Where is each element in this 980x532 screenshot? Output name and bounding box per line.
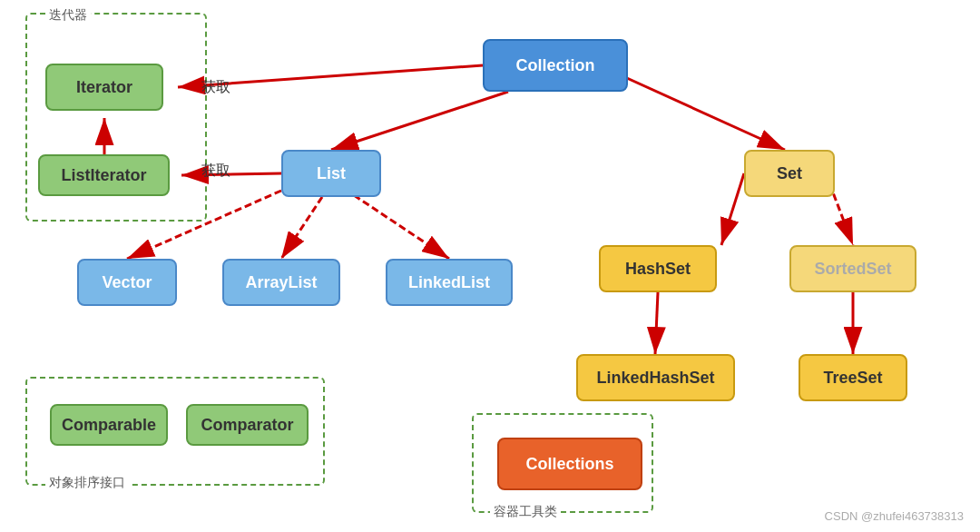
- svg-line-10: [721, 173, 744, 245]
- node-comparable: Comparable: [50, 404, 168, 446]
- svg-line-8: [281, 197, 322, 259]
- watermark: CSDN @zhufei463738313: [825, 509, 964, 523]
- diagram-container: 迭代器 对象排序接口 容器工具类: [0, 0, 980, 532]
- node-collections: Collections: [497, 438, 642, 490]
- node-listiterator: ListIterator: [38, 154, 170, 196]
- svg-line-5: [331, 92, 508, 150]
- node-sortedset: SortedSet: [789, 245, 916, 292]
- node-collection: Collection: [483, 39, 628, 92]
- node-linkedlist: LinkedList: [386, 259, 513, 306]
- svg-line-12: [655, 292, 658, 354]
- node-iterator: Iterator: [45, 64, 163, 111]
- get-label-1: 获取: [201, 78, 230, 97]
- node-set: Set: [744, 150, 835, 197]
- node-treeset: TreeSet: [799, 354, 907, 401]
- node-list: List: [281, 150, 381, 197]
- node-comparator: Comparator: [186, 404, 309, 446]
- get-label-2: 获取: [201, 162, 230, 181]
- node-arraylist: ArrayList: [222, 259, 340, 306]
- sorting-box-label: 对象排序接口: [45, 475, 129, 491]
- node-hashset: HashSet: [599, 245, 717, 292]
- svg-line-9: [354, 195, 449, 259]
- iterator-box-label: 迭代器: [45, 7, 91, 24]
- node-linkedhashset: LinkedHashSet: [576, 354, 735, 401]
- node-vector: Vector: [77, 259, 177, 306]
- collections-box-label: 容器工具类: [490, 504, 561, 520]
